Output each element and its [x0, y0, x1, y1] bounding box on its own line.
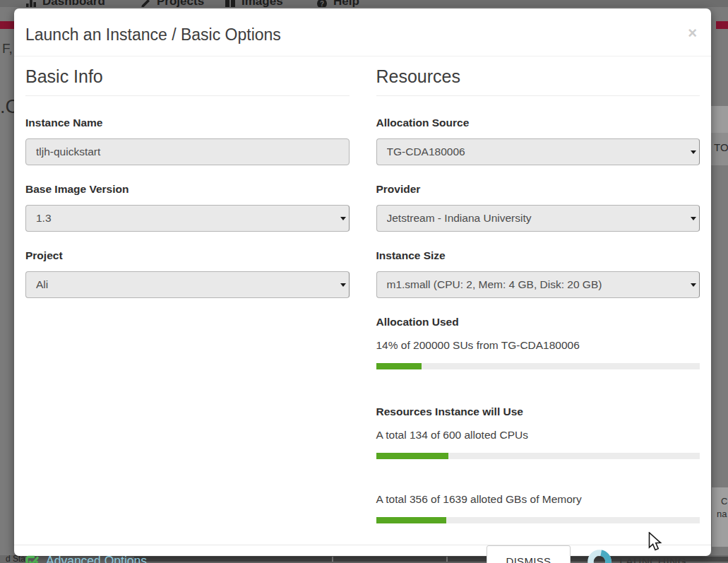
allocation-source-select[interactable]: TG-CDA180006	[376, 138, 700, 165]
project-select[interactable]: Ali	[25, 271, 350, 298]
modal-footer: Advanced Options DISMISS LAUNCHING ...	[14, 545, 711, 563]
nav-item-dashboard[interactable]: Dashboard	[25, 0, 105, 7]
background-panel-fragment	[711, 106, 728, 133]
selected-value: TG-CDA180006	[387, 146, 465, 158]
allocation-used-heading: Allocation Used	[376, 316, 700, 328]
allocation-source-label: Allocation Source	[376, 117, 700, 129]
base-image-version-label: Base Image Version	[25, 183, 350, 196]
progress-fill	[376, 453, 448, 459]
allocation-used-progressbar	[376, 363, 700, 369]
background-text-fragment: C	[721, 496, 727, 506]
resources-heading: Resources	[376, 66, 700, 96]
basic-info-column: Basic Info Instance Name Base Image Vers…	[25, 57, 350, 545]
pencil-icon	[140, 0, 151, 7]
launch-instance-modal: Launch an Instance / Basic Options × Bas…	[14, 8, 711, 556]
nav-label: Projects	[157, 0, 204, 7]
selected-value: 1.3	[36, 212, 52, 225]
allocation-source-field: Allocation Source TG-CDA180006	[376, 117, 700, 165]
selected-value: Jetstream - Indiana University	[387, 212, 532, 225]
provider-label: Provider	[376, 183, 700, 196]
instance-size-label: Instance Size	[376, 249, 700, 262]
progress-fill	[376, 517, 446, 523]
advanced-options-label: Advanced Options	[46, 554, 147, 563]
memory-usage-progressbar	[376, 517, 700, 523]
dropdown-arrow-icon	[340, 283, 346, 287]
project-field: Project Ali	[25, 249, 350, 298]
background-panel-fragment: TO	[711, 133, 728, 165]
modal-title: Launch an Instance / Basic Options	[25, 25, 700, 45]
top-navbar: Dashboard Projects Images ? Help	[0, 0, 728, 7]
launching-button[interactable]: LAUNCHING ...	[587, 550, 700, 563]
selected-value: Ali	[36, 278, 48, 291]
nav-item-projects[interactable]: Projects	[140, 0, 204, 7]
nav-item-help[interactable]: ? Help	[316, 0, 359, 7]
bar-chart-icon	[25, 0, 37, 7]
instance-name-field: Instance Name	[25, 117, 350, 165]
nav-label: Help	[333, 0, 359, 7]
instance-name-label: Instance Name	[25, 117, 350, 129]
basic-info-heading: Basic Info	[25, 66, 350, 96]
question-icon: ?	[316, 0, 328, 7]
instance-size-select[interactable]: m1.small (CPU: 2, Mem: 4 GB, Disk: 20 GB…	[376, 271, 700, 298]
grid-icon	[225, 0, 236, 7]
instance-size-field: Instance Size m1.small (CPU: 2, Mem: 4 G…	[376, 249, 700, 298]
memory-usage-text: A total 356 of 1639 alloted GBs of Memor…	[376, 493, 700, 506]
background-text-fragment: na	[717, 509, 727, 519]
dropdown-arrow-icon	[691, 217, 696, 220]
close-icon[interactable]: ×	[688, 25, 697, 41]
advanced-options-link[interactable]: Advanced Options	[25, 554, 147, 563]
cpu-usage-progressbar	[376, 453, 700, 459]
provider-field: Provider Jetstream - Indiana University	[376, 183, 700, 232]
provider-select[interactable]: Jetstream - Indiana University	[376, 205, 700, 232]
page-accent-bar-right	[716, 21, 728, 29]
instance-usage-heading: Resources Instance will Use	[376, 405, 700, 418]
dropdown-arrow-icon	[691, 283, 696, 287]
checkbox-checked-icon	[25, 555, 40, 563]
allocation-used-text: 14% of 200000 SUs from TG-CDA180006	[376, 339, 700, 352]
project-label: Project	[25, 249, 350, 262]
instance-name-input[interactable]	[25, 138, 350, 165]
base-image-version-field: Base Image Version 1.3	[25, 183, 350, 232]
screen: Dashboard Projects Images ? Help F, .C T…	[0, 0, 728, 563]
cpu-usage-text: A total 134 of 600 alloted CPUs	[376, 429, 700, 441]
modal-body: Basic Info Instance Name Base Image Vers…	[14, 57, 711, 545]
base-image-version-select[interactable]: 1.3	[25, 205, 350, 232]
modal-header: Launch an Instance / Basic Options ×	[14, 8, 711, 57]
launching-label: LAUNCHING ...	[619, 555, 700, 563]
page-accent-bar-left	[0, 21, 14, 29]
nav-item-images[interactable]: Images	[225, 0, 283, 7]
dropdown-arrow-icon	[691, 150, 696, 154]
nav-label: Dashboard	[42, 0, 105, 7]
selected-value: m1.small (CPU: 2, Mem: 4 GB, Disk: 20 GB…	[387, 278, 602, 291]
svg-text:?: ?	[320, 0, 324, 7]
background-text-fragment: TO	[714, 141, 728, 153]
dismiss-button[interactable]: DISMISS	[487, 545, 571, 563]
mouse-cursor	[648, 532, 664, 553]
progress-fill	[376, 363, 422, 369]
resources-column: Resources Allocation Source TG-CDA180006…	[376, 57, 700, 545]
nav-label: Images	[241, 0, 283, 7]
loading-spinner-icon	[587, 550, 611, 563]
dropdown-arrow-icon	[340, 217, 346, 220]
background-text-fragment: F,	[2, 41, 13, 57]
background-panel-fragment: C na	[712, 487, 728, 547]
